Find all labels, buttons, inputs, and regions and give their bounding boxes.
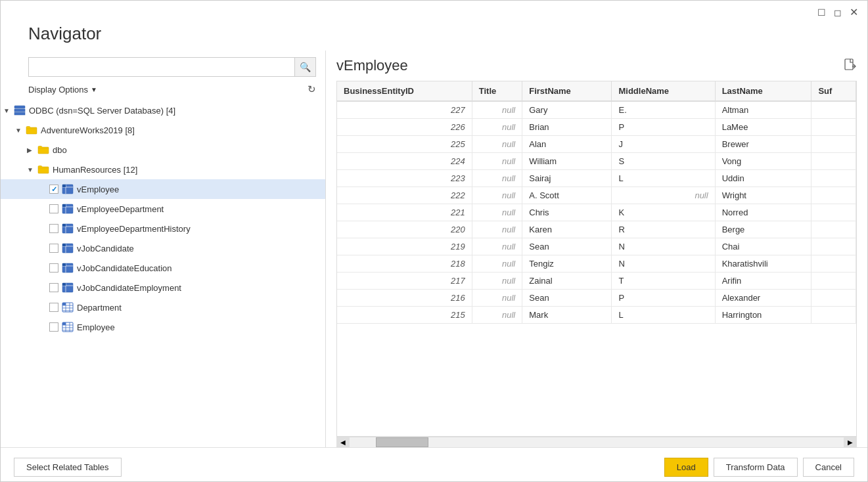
table-cell: Vong [715, 153, 811, 170]
search-input[interactable] [29, 62, 294, 72]
maximize-icon[interactable]: ◻ [834, 7, 842, 18]
cancel-button[interactable]: Cancel [803, 458, 854, 477]
tree-item-checkbox[interactable]: ✓ [49, 185, 58, 194]
expand-arrow[interactable]: ▼ [27, 166, 37, 173]
tree-item-checkbox[interactable] [49, 204, 58, 213]
tree-item-label: Department [77, 303, 122, 313]
table-cell: LaMee [715, 119, 811, 136]
tree-item-vEmployee[interactable]: ✓ vEmployee [1, 179, 325, 199]
horizontal-scrollbar[interactable]: ◀ ▶ [336, 437, 857, 447]
table-cell: Chai [715, 238, 811, 255]
tree-item-checkbox[interactable] [49, 263, 58, 273]
table-header-row: BusinessEntityIDTitleFirstNameMiddleName… [337, 81, 856, 101]
table-cell: 215 [337, 307, 472, 324]
table-cell: 227 [337, 101, 472, 119]
search-button[interactable]: 🔍 [294, 58, 315, 76]
table-cell: null [472, 136, 522, 153]
scroll-thumb[interactable] [376, 437, 428, 447]
table-cell: Alexander [715, 290, 811, 307]
tree-item-vJobCandidateEmployment[interactable]: vJobCandidateEmployment [1, 278, 325, 297]
table-row: 216nullSeanPAlexander [337, 290, 856, 307]
right-panel-header: vEmployee [336, 57, 857, 74]
scroll-left-button[interactable]: ◀ [336, 437, 350, 447]
tree-item-checkbox[interactable] [49, 303, 58, 312]
table-cell: P [612, 290, 715, 307]
tree-item-checkbox[interactable] [49, 244, 58, 253]
table-cell: Arifin [715, 273, 811, 290]
display-options-row: Display Options ▼ ↻ [1, 82, 325, 100]
table-cell: Brewer [715, 136, 811, 153]
search-bar: 🔍 [28, 57, 316, 77]
table-cell: null [612, 187, 715, 204]
display-options-label: Display Options [28, 85, 88, 95]
tree-item-humanresources[interactable]: ▼ HumanResources [12] [1, 160, 325, 179]
tree-item-label: vJobCandidateEducation [77, 263, 172, 273]
close-icon[interactable]: ✕ [850, 6, 858, 18]
table-cell: Uddin [715, 170, 811, 187]
transform-data-button[interactable]: Transform Data [714, 458, 798, 477]
table-cell: Tengiz [522, 255, 612, 273]
table-cell: N [612, 255, 715, 273]
expand-arrow[interactable]: ▼ [15, 127, 26, 134]
table-cell: 223 [337, 170, 472, 187]
column-header-lastname: LastName [715, 81, 811, 101]
table-row: 215nullMarkLHarrington [337, 307, 856, 324]
tree-item-label: vJobCandidateEmployment [77, 283, 181, 293]
table-cell: J [612, 136, 715, 153]
bottom-bar: Select Related Tables Load Transform Dat… [1, 447, 867, 482]
table-cell: 221 [337, 204, 472, 221]
tree-item-vJobCandidate[interactable]: vJobCandidate [1, 238, 325, 258]
data-table: BusinessEntityIDTitleFirstNameMiddleName… [337, 81, 856, 324]
table-row: 223nullSairajLUddin [337, 170, 856, 187]
preview-icon-button[interactable] [844, 58, 857, 74]
table-cell: null [472, 101, 522, 119]
tree-item-Employee[interactable]: Employee [1, 317, 325, 337]
table-cell [811, 307, 856, 324]
tree-item-Department[interactable]: Department [1, 297, 325, 317]
table-cell: 224 [337, 153, 472, 170]
minimize-icon[interactable]: ☐ [817, 7, 826, 18]
tree-item-label: Employee [77, 322, 115, 332]
table-cell [811, 255, 856, 273]
svg-rect-6 [62, 185, 66, 187]
column-header-middlename: MiddleName [612, 81, 715, 101]
table-cell: 226 [337, 119, 472, 136]
display-options-button[interactable]: Display Options ▼ [28, 85, 97, 95]
refresh-icon[interactable]: ↻ [308, 83, 316, 95]
expand-arrow[interactable]: ▶ [27, 146, 37, 154]
expand-arrow[interactable]: ▼ [3, 107, 14, 114]
tree-item-adventureworks[interactable]: ▼ AdventureWorks2019 [8] [1, 120, 325, 140]
table-row: 224nullWilliamSVong [337, 153, 856, 170]
page-title: Navigator [1, 24, 867, 51]
table-row: 219nullSeanNChai [337, 238, 856, 255]
tree-item-checkbox[interactable] [49, 224, 58, 233]
tree-item-checkbox[interactable] [49, 322, 58, 332]
table-row: 217nullZainalTArifin [337, 273, 856, 290]
tree-item-checkbox[interactable] [49, 283, 58, 292]
table-cell: T [612, 273, 715, 290]
scroll-right-button[interactable]: ▶ [844, 437, 857, 447]
tree-item-dbo[interactable]: ▶ dbo [1, 140, 325, 160]
table-cell: 217 [337, 273, 472, 290]
select-related-tables-button[interactable]: Select Related Tables [14, 458, 122, 477]
table-cell [811, 136, 856, 153]
table-cell [811, 187, 856, 204]
tree-item-label: dbo [53, 145, 67, 155]
table-cell: R [612, 221, 715, 238]
tree-item-vEmployeeDepartment[interactable]: vEmployeeDepartment [1, 199, 325, 219]
table-cell: null [472, 290, 522, 307]
title-bar: ☐ ◻ ✕ [1, 1, 867, 24]
tree-item-vEmployeeDepartmentHistory[interactable]: vEmployeeDepartmentHistory [1, 219, 325, 238]
table-cell: 225 [337, 136, 472, 153]
tree-item-odbc[interactable]: ▼ ODBC (dsn=SQL Server Database) [4] [1, 100, 325, 120]
load-button[interactable]: Load [664, 458, 708, 477]
svg-rect-0 [14, 106, 25, 108]
left-panel: 🔍 Display Options ▼ ↻ ▼ ODBC (dsn=SQL Se… [1, 51, 326, 447]
table-cell: Zainal [522, 273, 612, 290]
table-cell: L [612, 307, 715, 324]
table-cell: 218 [337, 255, 472, 273]
table-cell: null [472, 273, 522, 290]
table-cell [811, 221, 856, 238]
table-cell: Brian [522, 119, 612, 136]
tree-item-vJobCandidateEducation[interactable]: vJobCandidateEducation [1, 258, 325, 278]
